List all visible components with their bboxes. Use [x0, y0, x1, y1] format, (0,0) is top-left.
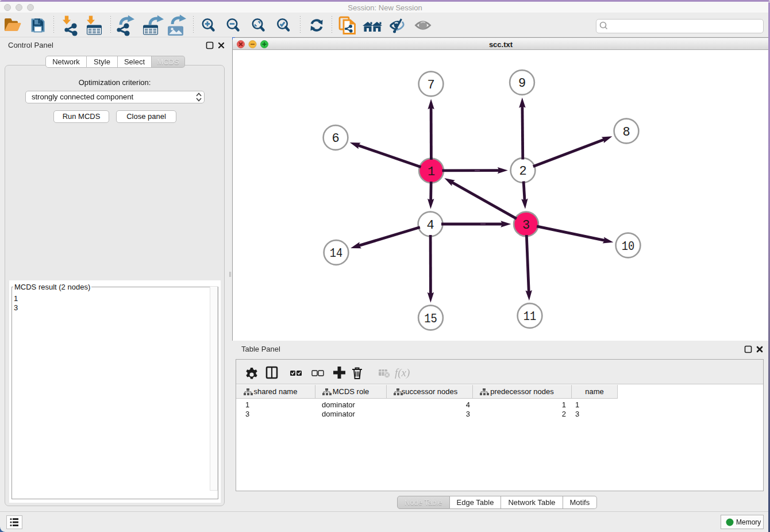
svg-text:15: 15	[424, 312, 437, 326]
svg-text:11: 11	[523, 310, 537, 324]
svg-text:4: 4	[426, 218, 434, 233]
svg-text:1: 1	[428, 165, 435, 179]
svg-text:3: 3	[522, 218, 530, 233]
svg-text:2: 2	[519, 164, 526, 179]
svg-text:7: 7	[427, 78, 434, 92]
svg-text:f(x): f(x)	[395, 367, 410, 379]
svg-text:14: 14	[330, 246, 343, 261]
svg-text:8: 8	[622, 125, 630, 140]
svg-text:10: 10	[622, 240, 635, 254]
svg-text:6: 6	[332, 132, 339, 146]
svg-text:9: 9	[518, 76, 526, 91]
